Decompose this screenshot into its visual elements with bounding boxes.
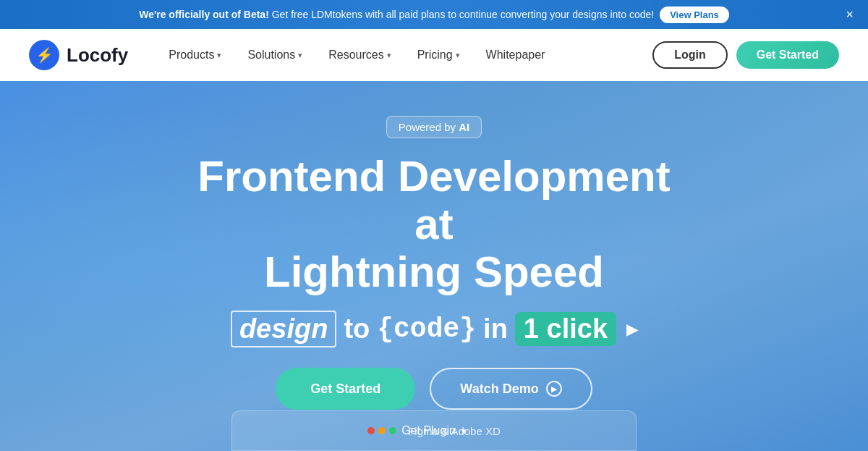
chevron-down-icon: ▾: [217, 51, 221, 60]
get-plugin-row[interactable]: Get Plugin ▾: [401, 424, 467, 437]
chevron-down-icon: ▾: [456, 51, 460, 60]
get-started-nav-button[interactable]: Get Started: [736, 41, 839, 69]
banner-bold-text: We're officially out of Beta!: [139, 9, 269, 20]
hero-title: Frontend Development at Lightning Speed: [181, 153, 687, 296]
announcement-banner: We're officially out of Beta! Get free L…: [0, 0, 868, 29]
code-text: {code}: [377, 313, 476, 345]
click-badge: 1 click: [515, 312, 616, 346]
chevron-down-icon: ▾: [461, 426, 467, 437]
play-icon: ▶: [546, 381, 562, 397]
logo-link[interactable]: ⚡ Locofy: [29, 40, 128, 70]
nav-item-solutions[interactable]: Solutions ▾: [236, 43, 314, 67]
nav-item-whitepaper[interactable]: Whitepaper: [475, 43, 557, 67]
hero-subtitle: design to {code} in 1 click ▶: [231, 311, 637, 347]
banner-regular-text: Get free LDMtokens with all paid plans t…: [272, 9, 654, 20]
design-text: design: [231, 311, 336, 347]
hero-content: Powered by AI Frontend Development at Li…: [181, 116, 687, 437]
nav-item-resources[interactable]: Resources ▾: [317, 43, 402, 67]
hero-buttons: Get Started Watch Demo ▶: [276, 368, 592, 410]
chevron-down-icon: ▾: [387, 51, 391, 60]
hero-section: Powered by AI Frontend Development at Li…: [0, 81, 868, 451]
logo-icon: ⚡: [29, 40, 59, 70]
nav-links: Products ▾ Solutions ▾ Resources ▾ Prici…: [157, 43, 652, 67]
watch-demo-button[interactable]: Watch Demo ▶: [430, 368, 592, 410]
banner-close-button[interactable]: ×: [846, 8, 854, 21]
logo-text: Locofy: [67, 44, 128, 67]
view-plans-button[interactable]: View Plans: [660, 7, 729, 23]
banner-text: We're officially out of Beta! Get free L…: [139, 9, 654, 20]
in-text: in: [483, 313, 508, 345]
login-button[interactable]: Login: [652, 41, 728, 69]
cursor-icon: ▶: [626, 321, 637, 338]
get-started-hero-button[interactable]: Get Started: [276, 368, 415, 410]
powered-badge: Powered by AI: [386, 116, 482, 138]
to-text: to: [344, 313, 370, 345]
nav-actions: Login Get Started: [652, 41, 839, 69]
nav-item-pricing[interactable]: Pricing ▾: [406, 43, 472, 67]
nav-item-products[interactable]: Products ▾: [157, 43, 233, 67]
chevron-down-icon: ▾: [298, 51, 302, 60]
navbar: ⚡ Locofy Products ▾ Solutions ▾ Resource…: [0, 29, 868, 81]
